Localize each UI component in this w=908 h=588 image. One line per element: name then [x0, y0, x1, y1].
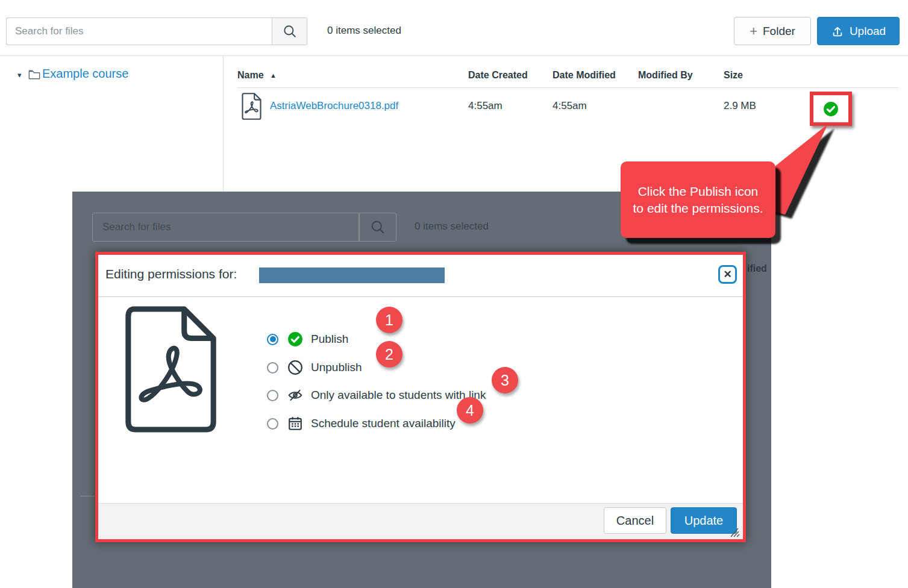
close-icon: ✕: [723, 269, 731, 280]
caret-down-icon[interactable]: ▾: [17, 70, 22, 80]
resize-handle[interactable]: [728, 527, 740, 538]
unpublish-ban-icon: [287, 360, 303, 375]
dimmed-divider: [80, 496, 96, 496]
option-label: Publish: [311, 333, 348, 346]
items-selected-count: 0 items selected: [327, 25, 401, 37]
dimmed-header-fragment: ified: [747, 263, 767, 274]
sidebar-divider: [223, 56, 224, 192]
option-label: Only available to students with link: [311, 389, 486, 402]
annotation-step-badge: 2: [376, 341, 402, 367]
pdf-file-icon: [241, 93, 262, 120]
dialog-footer: Cancel Update: [98, 503, 743, 539]
column-header-date-created[interactable]: Date Created: [468, 70, 528, 81]
files-page: 0 items selected + Folder Upload ▾ Examp…: [0, 0, 908, 588]
add-folder-button[interactable]: + Folder: [734, 17, 811, 45]
radio-button-selected[interactable]: [267, 334, 278, 345]
eye-off-icon: [287, 387, 303, 403]
table-header-divider: [237, 87, 899, 88]
radio-button[interactable]: [267, 418, 278, 430]
search-icon: [369, 219, 386, 236]
edit-permissions-dialog: Editing permissions for: ✕ Publish 1: [95, 252, 746, 542]
pdf-preview-icon: [122, 305, 220, 433]
add-folder-label: Folder: [763, 25, 795, 38]
dimmed-search-button: [359, 213, 396, 242]
dimmed-search-input: Search for files: [92, 213, 359, 242]
search-icon: [282, 23, 298, 39]
upload-label: Upload: [850, 25, 886, 38]
file-size: 2.9 MB: [724, 100, 756, 112]
search-input[interactable]: [6, 17, 272, 45]
close-button[interactable]: ✕: [718, 265, 737, 284]
annotation-callout: Click the Publish icon to edit the permi…: [621, 161, 775, 238]
dimmed-items-selected: 0 items selected: [415, 220, 489, 233]
upload-icon: [831, 25, 844, 38]
annotation-step-badge: 3: [492, 367, 518, 393]
plus-icon: +: [750, 23, 757, 39]
radio-button[interactable]: [267, 390, 278, 401]
annotation-step-badge: 1: [376, 307, 402, 333]
radio-button[interactable]: [267, 362, 278, 374]
radio-option-schedule[interactable]: Schedule student availability: [267, 410, 456, 437]
toolbar-divider: [0, 55, 908, 56]
radio-option-unpublish[interactable]: Unpublish: [267, 354, 362, 381]
column-header-modified-by[interactable]: Modified By: [638, 70, 693, 81]
sort-asc-icon: ▲: [270, 72, 277, 79]
radio-option-publish[interactable]: Publish: [267, 326, 348, 352]
folder-icon: [28, 69, 40, 80]
redacted-filename-bar: [259, 267, 445, 283]
upload-button[interactable]: Upload: [817, 17, 900, 45]
column-header-date-modified[interactable]: Date Modified: [553, 70, 616, 81]
published-icon[interactable]: [823, 101, 839, 117]
calendar-icon: [287, 416, 303, 431]
dialog-header-divider: [98, 296, 743, 297]
option-label: Unpublish: [311, 361, 362, 374]
annotation-step-badge: 4: [457, 397, 483, 424]
radio-option-link-only[interactable]: Only available to students with link: [267, 382, 486, 408]
dialog-title: Editing permissions for:: [105, 267, 237, 281]
column-header-name[interactable]: Name ▲: [237, 70, 277, 81]
search-button[interactable]: [272, 17, 307, 45]
file-link[interactable]: AstriaWebBrochure0318.pdf: [270, 100, 398, 112]
column-name-label: Name: [237, 70, 264, 80]
file-date-modified: 4:55am: [553, 100, 587, 112]
update-button[interactable]: Update: [671, 507, 737, 534]
cancel-button[interactable]: Cancel: [604, 507, 666, 534]
column-header-size[interactable]: Size: [724, 70, 743, 81]
option-label: Schedule student availability: [311, 417, 456, 430]
callout-text: Click the Publish icon to edit the permi…: [631, 183, 765, 216]
file-date-created: 4:55am: [468, 100, 503, 112]
sidebar-item-example-course[interactable]: Example course: [42, 67, 128, 81]
publish-check-icon: [287, 331, 303, 347]
